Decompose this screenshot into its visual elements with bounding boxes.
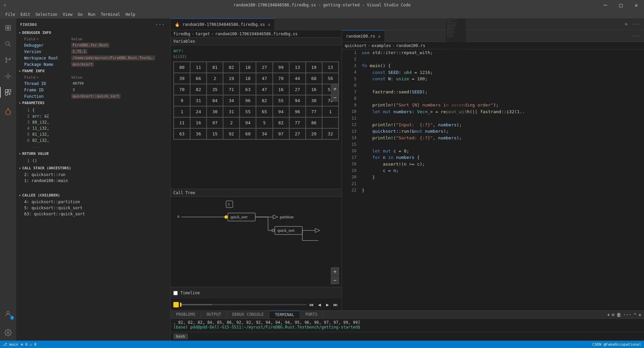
activity-extensions[interactable] [0,84,16,100]
call-tree-canvas[interactable]: 3 n quick_sort [171,197,342,287]
array-cell: 11 [174,117,190,128]
frame-info-header[interactable]: ▾ FRAME INFO [16,68,170,75]
svg-text:3: 3 [228,202,230,206]
activity-search[interactable] [0,36,16,52]
call-stack-item-run[interactable]: 2: quicksort::run [16,172,170,178]
terminal-close-btn[interactable]: ✕ [639,312,641,317]
tab-random100-close[interactable]: ✕ [378,34,381,39]
svg-rect-12 [5,93,8,95]
array-cell: 94 [240,117,256,128]
vscode-icon: ⚡ [3,2,6,8]
menu-view[interactable]: View [60,11,75,17]
terminal-new-btn[interactable]: + [607,312,610,317]
menu-edit[interactable]: Edit [18,11,33,17]
split-editor-btn[interactable]: ⊞ [624,21,629,27]
tab-firedbg-label: random100-1706194846586.firedbg.ss [182,22,265,27]
breadcrumb-file: random100-1706194846586.firedbg.ss [215,32,298,36]
code-line-4: 4 const SEED: u64 = 1216; [342,69,644,76]
timeline-track[interactable] [180,304,307,305]
frame-info-col-headers: Field ✎ Value [16,75,170,80]
tab-ports[interactable]: PORTS [300,311,323,318]
code-panel-menu[interactable]: ··· [630,33,641,39]
error-count[interactable]: ⊕ 0 ⚠ 0 [21,342,36,347]
bash-tab[interactable]: bash [173,334,188,339]
activity-settings[interactable] [0,324,16,341]
nav-prev-btn[interactable]: ◀ [316,301,323,308]
close-btn[interactable]: ✕ [629,0,644,10]
terminal-menu-btn[interactable]: ··· [623,312,632,317]
activity-git[interactable] [0,52,16,68]
menu-selection[interactable]: Selection [33,11,60,17]
code-line-21: 21 [342,180,644,187]
array-cell [322,117,339,128]
zoom-in-btn[interactable]: + [331,85,339,93]
call-stack-header[interactable]: ▾ CALL STACK (ANCESTORS) [16,165,170,172]
parameters-header[interactable]: ▾ PARAMETERS [16,99,170,106]
callee-item-quicksort-5[interactable]: 5: quicksort::quick_sort [16,205,170,211]
nav-next-btn[interactable]: ▶ [324,301,331,308]
terminal-maximize-btn[interactable]: ⌃ [634,312,636,317]
code-bc-file: random100.rs [396,43,425,48]
calltree-zoom-in[interactable]: + [331,267,339,275]
menu-file[interactable]: File [3,11,18,17]
tab-problems[interactable]: PROBLEMS [171,311,201,318]
code-editor[interactable]: 1 use std::iter::repeat_with; 2 3 fn mai… [342,49,644,310]
frame-id-field: Frame ID [24,88,71,92]
timeline-scrubber[interactable] [180,303,181,307]
array-cell: 82 [190,84,207,95]
nav-end-btn[interactable]: ⏭ [332,301,339,308]
activity-account[interactable]: 1 [0,306,16,322]
array-grid: 8011818218279913191339662191847704468567… [173,61,339,140]
activity-firedbg[interactable] [0,103,16,119]
maximize-btn[interactable]: □ [613,0,629,10]
callee-item-partition[interactable]: 4: quicksort::partition [16,199,170,205]
terminal-trash-btn[interactable]: 🗑 [616,312,621,317]
variables-label: Variables [173,39,195,44]
tab-firedbg[interactable]: 🔥 random100-1706194846586.firedbg.ss ✕ [171,18,275,30]
activity-explorer[interactable] [0,20,16,36]
menu-terminal[interactable]: Terminal [98,11,123,17]
timeline-checkbox[interactable] [173,291,178,295]
package-value: quicksort [71,62,94,67]
menu-run[interactable]: Run [85,11,98,17]
tab-debug-console[interactable]: DEBUG CONSOLE [227,311,269,318]
return-line-1: 1 () [22,158,168,164]
return-value-label: RETURN VALUE [22,151,49,156]
callee-header[interactable]: ▾ CALLEE (CHILDREN) [16,192,170,199]
activity-debug[interactable] [0,68,16,84]
array-cell: 77 [289,117,306,128]
array-cell: 96 [289,106,306,117]
tab-firedbg-close[interactable]: ✕ [268,22,270,27]
minimize-btn[interactable]: ─ [598,0,613,10]
debugger-info-header[interactable]: ▾ DEBUGGER INFO [16,29,170,36]
tab-random100[interactable]: random100.rs ✕ [342,30,385,42]
call-stack-item-main[interactable]: 1: random100::main [16,178,170,184]
menu-help[interactable]: Help [123,11,138,17]
code-line-15: 15 [342,141,644,148]
menu-go[interactable]: Go [75,11,85,17]
nav-start-btn[interactable]: ⏮ [308,301,315,308]
firedbg-calltree-section: Call Tree 3 n [171,189,342,310]
array-cell: 63 [174,128,190,139]
zoom-out-btn[interactable]: − [331,93,339,101]
sidebar-menu-btn[interactable]: ··· [154,21,166,28]
return-value-header[interactable]: ▾ RETURN VALUE [16,150,170,157]
tab-output[interactable]: OUTPUT [201,311,227,318]
frame-field-col-header: Field ✎ [24,75,71,80]
firedbg-panel-menu[interactable]: ··· [630,21,641,28]
bottom-tabs: PROBLEMS OUTPUT DEBUG CONSOLE TERMINAL P… [171,311,644,319]
git-branch[interactable]: ⎇ main [3,342,18,347]
terminal-split-btn[interactable]: ⊟ [612,312,614,317]
svg-point-14 [7,332,9,334]
return-value-content: 1 () [16,157,170,165]
calltree-zoom-out[interactable]: − [331,276,339,284]
code-bc-examples: examples [372,43,391,48]
tab-terminal[interactable]: TERMINAL [269,311,300,318]
callee-item-quicksort-63[interactable]: 63: quicksort::quick_sort [16,211,170,217]
version-field: Version [24,49,71,54]
code-line-16: 16 let mut c = 0; [342,148,644,155]
array-cell: 96 [240,95,256,106]
svg-rect-11 [8,90,11,92]
timeline-fill [180,304,212,305]
workspace-field: Workspace Root [24,56,71,60]
